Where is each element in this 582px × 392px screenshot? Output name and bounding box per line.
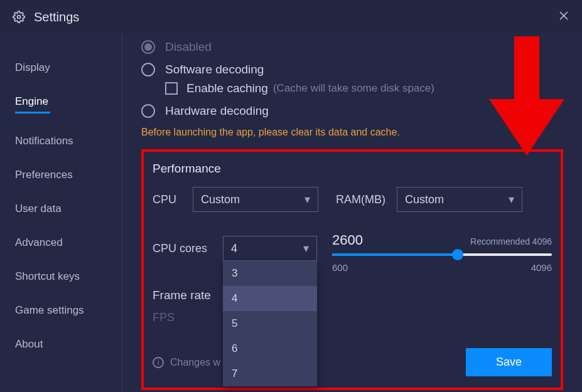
caret-down-icon: ▾ [303, 241, 309, 255]
dropdown-option[interactable]: 7 [223, 361, 317, 386]
sidebar-item-label: Advanced [15, 236, 63, 248]
sidebar-item-preferences[interactable]: Preferences [0, 160, 122, 190]
checkbox-hint: (Cache will take some disk space) [273, 82, 434, 95]
slider-recommended: Recommended 4096 [470, 236, 552, 248]
dropdown-option[interactable]: 5 [223, 311, 317, 336]
close-icon[interactable] [558, 10, 569, 21]
dropdown-option[interactable]: 3 [223, 261, 317, 286]
ram-select[interactable]: Custom ▾ [397, 187, 522, 212]
select-value: Custom [405, 193, 444, 206]
radio-icon [141, 63, 155, 77]
sidebar-item-shortcut-keys[interactable]: Shortcut keys [0, 262, 122, 292]
sidebar-item-engine[interactable]: Engine [0, 87, 122, 122]
performance-title: Performance [153, 162, 552, 176]
sidebar-item-notifications[interactable]: Notifications [0, 126, 122, 156]
select-value: Custom [201, 193, 240, 206]
slider-min: 600 [332, 262, 348, 273]
radio-icon [141, 104, 155, 118]
sidebar-item-label: Display [15, 61, 50, 73]
sidebar: Display Engine Notifications Preferences… [0, 34, 122, 392]
info-icon: i [153, 357, 164, 368]
cpu-cores-row: CPU cores 4 ▾ 3 4 5 6 7 [153, 236, 328, 261]
sidebar-item-label: Game settings [15, 304, 84, 316]
cpu-select[interactable]: Custom ▾ [193, 187, 318, 212]
caret-down-icon: ▾ [509, 193, 514, 206]
radio-label: Hardware decoding [165, 104, 269, 118]
slider-value: 2600 [332, 232, 363, 248]
slider-thumb[interactable] [452, 249, 463, 260]
dropdown-option[interactable]: 6 [223, 336, 317, 361]
performance-highlight-box: Performance CPU Custom ▾ RAM(MB) Custom … [141, 149, 563, 390]
caret-down-icon: ▾ [304, 193, 310, 206]
cpu-label: CPU [153, 193, 181, 206]
slider-max: 4096 [531, 262, 552, 273]
sidebar-item-display[interactable]: Display [0, 53, 122, 83]
checkbox-icon [165, 82, 178, 95]
sidebar-item-label: Engine [15, 95, 48, 107]
red-arrow-annotation [489, 36, 564, 156]
save-button[interactable]: Save [466, 348, 552, 376]
active-underline [15, 112, 50, 114]
ram-slider[interactable]: 2600 Recommended 4096 600 4096 [332, 232, 552, 324]
slider-fill [332, 253, 458, 256]
radio-icon [141, 40, 155, 54]
ram-label: RAM(MB) [336, 193, 385, 206]
sidebar-item-label: Preferences [15, 169, 73, 181]
radio-label: Disabled [165, 40, 212, 54]
select-value: 4 [231, 242, 237, 255]
sidebar-item-about[interactable]: About [0, 329, 122, 359]
svg-point-0 [18, 16, 21, 19]
page-title: Settings [34, 10, 79, 24]
sidebar-item-advanced[interactable]: Advanced [0, 228, 122, 258]
radio-label: Software decoding [165, 63, 264, 77]
header-bar: Settings [0, 0, 582, 34]
gear-icon [13, 11, 25, 23]
sidebar-item-label: Shortcut keys [15, 270, 80, 282]
checkbox-label: Enable caching [186, 82, 268, 95]
cpu-cores-select[interactable]: 4 ▾ [223, 236, 317, 261]
sidebar-item-label: About [15, 338, 43, 350]
sidebar-item-label: Notifications [15, 135, 73, 147]
sidebar-item-label: User data [15, 203, 62, 215]
cpu-cores-dropdown: 3 4 5 6 7 [223, 261, 317, 386]
sidebar-item-game-settings[interactable]: Game settings [0, 295, 122, 326]
cpu-cores-label: CPU cores [153, 242, 212, 255]
sidebar-item-user-data[interactable]: User data [0, 194, 122, 224]
slider-track[interactable] [332, 253, 552, 256]
dropdown-option[interactable]: 4 [223, 286, 317, 311]
